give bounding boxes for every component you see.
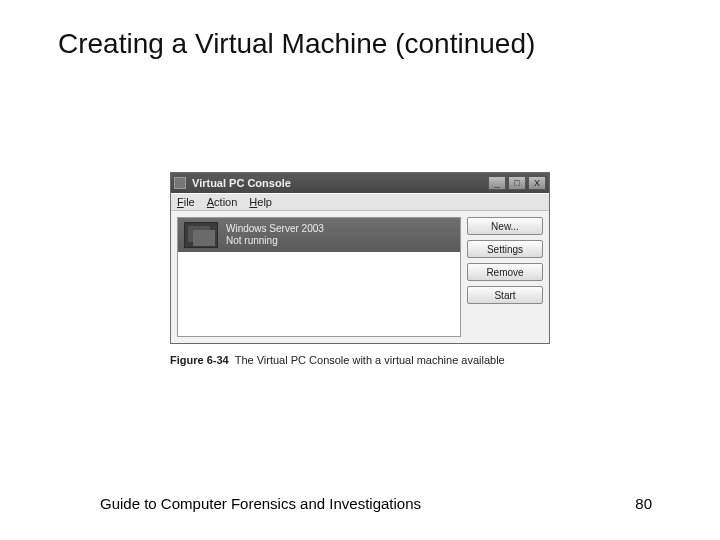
- figure-caption: Figure 6-34The Virtual PC Console with a…: [170, 354, 550, 366]
- start-button[interactable]: Start: [467, 286, 543, 304]
- vm-status: Not running: [226, 235, 324, 247]
- footer-text: Guide to Computer Forensics and Investig…: [100, 495, 421, 512]
- window-client: Windows Server 2003 Not running New... S…: [171, 211, 549, 343]
- menu-file-rest: ile: [184, 196, 195, 208]
- slide-title: Creating a Virtual Machine (continued): [58, 28, 535, 60]
- minimize-button[interactable]: _: [488, 176, 506, 190]
- settings-button[interactable]: Settings: [467, 240, 543, 258]
- menubar: File Action Help: [171, 193, 549, 211]
- maximize-button[interactable]: □: [508, 176, 526, 190]
- window-controls: _ □ X: [488, 176, 546, 190]
- menu-help[interactable]: Help: [249, 196, 272, 208]
- vm-name: Windows Server 2003: [226, 223, 324, 235]
- figure-caption-text: The Virtual PC Console with a virtual ma…: [235, 354, 505, 366]
- menu-action-rest: ction: [214, 196, 237, 208]
- vm-info: Windows Server 2003 Not running: [226, 223, 324, 247]
- app-icon: [174, 177, 186, 189]
- menu-help-rest: elp: [257, 196, 272, 208]
- menu-file[interactable]: File: [177, 196, 195, 208]
- vm-thumbnail-icon: [184, 222, 218, 248]
- figure-label: Figure 6-34: [170, 354, 229, 366]
- menu-action[interactable]: Action: [207, 196, 238, 208]
- titlebar: Virtual PC Console _ □ X: [171, 173, 549, 193]
- vm-row[interactable]: Windows Server 2003 Not running: [178, 218, 460, 252]
- vm-list[interactable]: Windows Server 2003 Not running: [177, 217, 461, 337]
- remove-button[interactable]: Remove: [467, 263, 543, 281]
- window-title: Virtual PC Console: [192, 177, 488, 189]
- page-number: 80: [635, 495, 652, 512]
- close-button[interactable]: X: [528, 176, 546, 190]
- figure-area: Virtual PC Console _ □ X File Action Hel…: [170, 172, 550, 366]
- new-button[interactable]: New...: [467, 217, 543, 235]
- virtual-pc-window: Virtual PC Console _ □ X File Action Hel…: [170, 172, 550, 344]
- slide-footer: Guide to Computer Forensics and Investig…: [0, 495, 720, 512]
- button-column: New... Settings Remove Start: [467, 217, 543, 337]
